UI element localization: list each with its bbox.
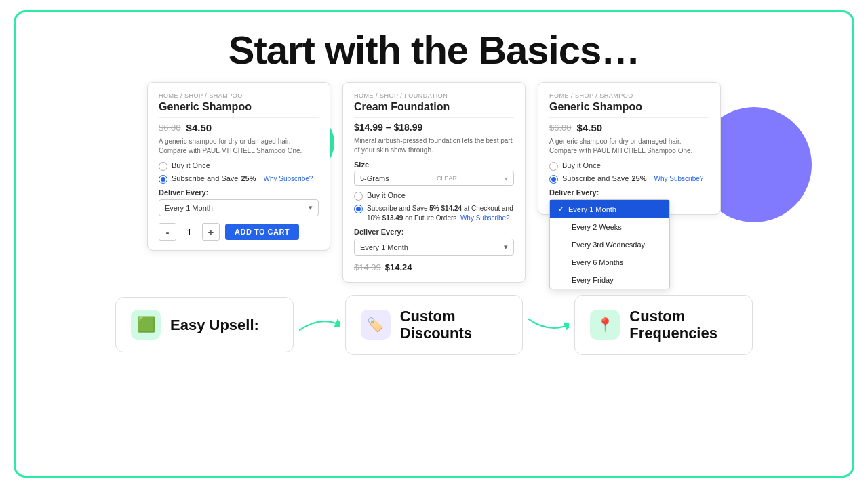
price-row-1: $6.00 $4.50 <box>159 122 319 134</box>
dropdown-item-6-months[interactable]: Every 6 Months <box>550 253 669 271</box>
radio-subscribe-1[interactable]: Subscribe and Save 25% Why Subscribe? <box>159 174 319 184</box>
price-row-3: $6.00 $4.50 <box>549 122 709 134</box>
save-pct-3: 25% <box>631 174 646 182</box>
card-shampoo-1: HOME / SHOP / SHAMPOO Generic Shampoo $6… <box>147 82 330 251</box>
why-link-1[interactable]: Why Subscribe? <box>264 175 313 182</box>
dropdown-item-1-month[interactable]: ✓ Every 1 Month <box>550 200 669 218</box>
price-old-1: $6.00 <box>159 123 181 133</box>
price-new-1: $4.50 <box>186 122 212 134</box>
location-pin-icon: 📍 <box>597 317 614 333</box>
radio-subscribe-3[interactable]: Subscribe and Save 25% Why Subscribe? <box>549 174 709 184</box>
price-range-2: $14.99 – $18.99 <box>354 122 422 133</box>
radio-subscribe-circle-1[interactable] <box>159 175 167 184</box>
qty-value-1: 1 <box>182 227 197 237</box>
radio-group-2: Buy it Once Subscribe and Save 5% $14.24… <box>354 191 514 223</box>
radio-buy-once-1[interactable]: Buy it Once <box>159 161 319 171</box>
qty-plus-1[interactable]: + <box>202 223 220 241</box>
feature-easy-upsell: 🟩 Easy Upsell: <box>115 297 294 352</box>
radio-buy-once-3[interactable]: Buy it Once <box>549 161 709 171</box>
chevron-down-icon-3: ▾ <box>504 243 508 251</box>
strike-old-2: $14.99 <box>354 262 381 272</box>
easy-upsell-icon-wrap: 🟩 <box>131 310 161 340</box>
dropdown-item-2-weeks[interactable]: Every 2 Weeks <box>550 218 669 236</box>
strike-price-row-2: $14.99 $14.24 <box>354 262 514 272</box>
arrow-svg-2 <box>528 314 569 335</box>
arrow-svg-1 <box>299 314 340 335</box>
price-row-2: $14.99 – $18.99 <box>354 122 514 133</box>
dropdown-item-friday[interactable]: Every Friday <box>550 271 669 289</box>
radio-group-3: Buy it Once Subscribe and Save 25% Why S… <box>549 161 709 184</box>
custom-frequencies-icon-wrap: 📍 <box>590 310 620 340</box>
breadcrumb-1: HOME / SHOP / SHAMPOO <box>159 92 319 99</box>
card-desc-1: A generic shampoo for dry or damaged hai… <box>159 137 319 156</box>
radio-buy-once-label-3: Buy it Once <box>562 161 601 169</box>
custom-discounts-label: CustomDiscounts <box>400 308 472 342</box>
bottom-feature-row: 🟩 Easy Upsell: 🏷️ CustomDiscounts <box>115 295 753 355</box>
card-title-3: Generic Shampoo <box>549 101 709 113</box>
chevron-down-icon-1: ▾ <box>309 203 313 212</box>
deliver-label-1: Deliver Every: <box>159 188 319 197</box>
save-pct-1: 25% <box>241 174 256 182</box>
radio-subscribe-circle-3[interactable] <box>549 175 558 184</box>
custom-frequencies-label: CustomFrequencies <box>629 308 717 342</box>
card-foundation: HOME / SHOP / FOUNDATION Cream Foundatio… <box>342 82 526 283</box>
qty-minus-1[interactable]: - <box>159 223 176 241</box>
qty-row-1: - 1 + ADD TO CART <box>159 223 319 241</box>
dropdown-item-3rd-wednesday[interactable]: Every 3rd Wednesday <box>550 236 669 253</box>
deliver-label-3: Deliver Every: <box>549 188 709 197</box>
connector-1 <box>294 314 345 335</box>
radio-buy-once-label-1: Buy it Once <box>172 161 210 169</box>
card-title-1: Generic Shampoo <box>159 101 319 113</box>
feature-custom-discounts: 🏷️ CustomDiscounts <box>345 295 524 355</box>
deliver-dropdown-1[interactable]: Every 1 Month ▾ <box>159 199 319 216</box>
feature-custom-frequencies: 📍 CustomFrequencies <box>574 295 753 355</box>
radio-buy-once-label-2: Buy it Once <box>367 191 406 199</box>
outer-container: Start with the Basics… HOME / SHOP / SHA… <box>14 10 854 478</box>
deliver-value-2: Every 1 Month <box>360 243 408 251</box>
size-value-2: 5-Grams <box>360 174 389 182</box>
radio-group-1: Buy it Once Subscribe and Save 25% Why S… <box>159 161 319 184</box>
add-to-cart-button-1[interactable]: ADD TO CART <box>225 224 299 240</box>
tag-icon: 🏷️ <box>367 317 384 333</box>
breadcrumb-3: HOME / SHOP / SHAMPOO <box>549 92 709 99</box>
radio-subscribe-2[interactable]: Subscribe and Save 5% $14.24 at Checkout… <box>354 204 514 223</box>
why-link-3[interactable]: Why Subscribe? <box>654 175 704 182</box>
card-title-2: Cream Foundation <box>354 101 514 113</box>
price-old-3: $6.00 <box>549 123 572 133</box>
subscribe-text-1: Subscribe and Save 25% Why Subscribe? <box>172 174 313 182</box>
page-headline: Start with the Basics… <box>229 27 639 73</box>
deliver-label-2: Deliver Every: <box>354 228 514 236</box>
subscribe-text-3: Subscribe and Save 25% Why Subscribe? <box>562 174 703 182</box>
size-clear-label-2[interactable]: CLEAR <box>437 175 457 182</box>
size-label-2: Size <box>354 161 514 169</box>
custom-discounts-icon-wrap: 🏷️ <box>361 310 391 340</box>
card-desc-2: Mineral airbush-pressed foundation lets … <box>354 136 514 155</box>
deliver-dropdown-2[interactable]: Every 1 Month ▾ <box>354 239 514 256</box>
radio-subscribe-circle-2[interactable] <box>354 205 363 214</box>
deliver-value-1: Every 1 Month <box>165 204 213 212</box>
subscribe-detail-2: Subscribe and Save 5% $14.24 at Checkout… <box>367 204 514 223</box>
price-new-3: $4.50 <box>577 122 603 134</box>
radio-buy-once-circle-2[interactable] <box>354 192 363 201</box>
chevron-down-icon-2: ▾ <box>505 175 508 182</box>
why-link-2[interactable]: Why Subscribe? <box>460 214 510 222</box>
size-select-2[interactable]: 5-Grams CLEAR ▾ <box>354 171 514 186</box>
connector-2 <box>523 314 574 335</box>
radio-buy-once-circle-1[interactable] <box>159 162 167 171</box>
easy-upsell-label: Easy Upsell: <box>170 317 259 333</box>
breadcrumb-2: HOME / SHOP / FOUNDATION <box>354 92 514 99</box>
radio-buy-once-circle-3[interactable] <box>549 162 558 171</box>
checkmark-icon: ✓ <box>558 205 564 214</box>
cube-icon: 🟩 <box>137 316 155 333</box>
subscribe-label-1: Subscribe and Save <box>172 174 238 182</box>
card-shampoo-3: HOME / SHOP / SHAMPOO Generic Shampoo $6… <box>538 82 721 215</box>
strike-new-2: $14.24 <box>385 262 412 272</box>
subscribe-label-3: Subscribe and Save <box>562 174 629 182</box>
dropdown-open-row: ✓ Every 1 Month Every 2 Weeks Every 3rd … <box>549 199 709 205</box>
radio-buy-once-2[interactable]: Buy it Once <box>354 191 514 201</box>
deliver-dropdown-popup-3: ✓ Every 1 Month Every 2 Weeks Every 3rd … <box>549 199 670 289</box>
cards-row: HOME / SHOP / SHAMPOO Generic Shampoo $6… <box>147 82 721 283</box>
card-desc-3: A generic shampoo for dry or damaged hai… <box>549 137 709 156</box>
